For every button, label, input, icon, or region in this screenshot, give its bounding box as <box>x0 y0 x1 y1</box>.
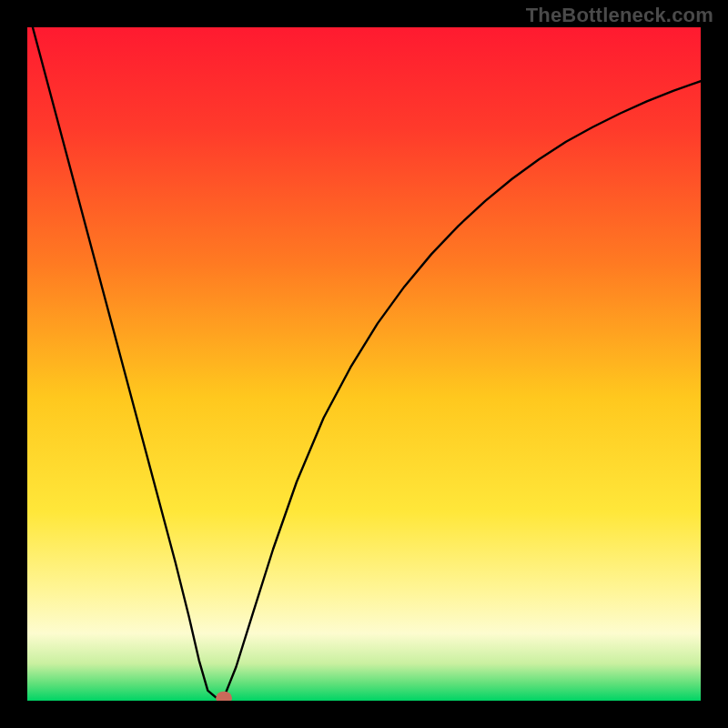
gradient-background <box>27 27 701 701</box>
chart-frame: TheBottleneck.com <box>0 0 728 728</box>
watermark-text: TheBottleneck.com <box>526 4 713 27</box>
plot-area <box>27 27 701 701</box>
chart-svg <box>27 27 701 701</box>
